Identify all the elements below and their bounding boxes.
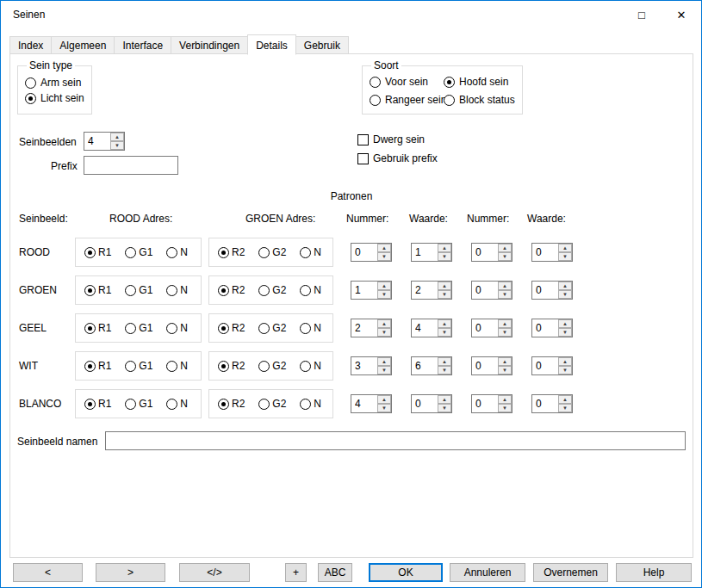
rood-radio[interactable] [125,361,136,372]
arm-sein-radio[interactable] [25,77,36,89]
rood-radio-option[interactable]: N [166,398,188,410]
spinner-up-button[interactable]: ▲ [110,133,124,141]
gebruik-prefix-option[interactable]: Gebruik prefix [357,152,438,164]
overnemen-button[interactable]: Overnemen [533,563,608,582]
rood-radio-option[interactable]: G1 [125,360,152,372]
groen-radio-option[interactable]: R2 [218,322,245,334]
waarde-1-input[interactable] [412,244,438,261]
seinbeelden-input[interactable] [84,133,110,150]
groen-radio-option[interactable]: R2 [218,360,245,372]
groen-radio-option[interactable]: N [300,246,321,258]
groen-radio-option[interactable]: G2 [258,284,286,296]
nummer-2-input[interactable] [472,319,498,337]
groen-radio-option[interactable]: G2 [258,246,286,258]
spinner-up-button[interactable]: ▲ [558,395,572,404]
rood-radio[interactable] [84,361,96,372]
spinner-down-button[interactable]: ▼ [558,328,572,337]
nummer-2-input[interactable] [472,282,498,299]
waarde-2-input[interactable] [532,357,558,374]
spinner-up-button[interactable]: ▲ [438,244,451,252]
dwerg-sein-checkbox[interactable] [357,134,369,145]
licht-sein-option[interactable]: Licht sein [25,92,84,104]
nummer-2-input[interactable] [472,395,498,412]
voor-sein-radio[interactable] [370,77,381,88]
prefix-input[interactable] [84,156,178,175]
spinner-down-button[interactable]: ▼ [498,252,512,261]
rood-radio[interactable] [166,247,177,258]
waarde-2-input[interactable] [532,319,558,337]
groen-radio-option[interactable]: G2 [258,360,286,372]
block-status-option[interactable]: Block status [444,94,515,106]
rood-radio[interactable] [166,399,177,410]
nummer-2-input[interactable] [472,357,498,374]
nummer-1-input[interactable] [351,244,377,261]
spinner-up-button[interactable]: ▲ [498,395,512,404]
spinner-down-button[interactable]: ▼ [438,366,451,374]
spinner-up-button[interactable]: ▲ [438,357,451,366]
hoofd-sein-radio[interactable] [444,77,455,88]
voor-sein-option[interactable]: Voor sein [370,76,444,88]
groen-radio[interactable] [218,247,229,258]
waarde-2-input[interactable] [532,282,558,299]
rangeer-sein-radio[interactable] [370,95,381,106]
waarde-1-input[interactable] [412,395,438,412]
spinner-down-button[interactable]: ▼ [558,404,572,412]
close-button[interactable]: ✕ [662,1,701,28]
rood-radio[interactable] [84,247,96,258]
tab-index[interactable]: Index [9,36,52,54]
rood-radio-option[interactable]: R1 [84,398,111,410]
help-button[interactable]: Help [616,563,692,582]
spinner-down-button[interactable]: ▼ [110,141,124,150]
groen-radio[interactable] [300,399,311,410]
groen-radio[interactable] [300,361,311,372]
spinner-up-button[interactable]: ▲ [558,282,572,290]
licht-sein-radio[interactable] [25,93,36,104]
rood-radio-option[interactable]: N [166,246,188,258]
dwerg-sein-option[interactable]: Dwerg sein [357,133,425,145]
nummer-2-input[interactable] [472,244,498,261]
rood-radio[interactable] [84,323,96,334]
groen-radio-option[interactable]: R2 [218,284,245,296]
spinner-down-button[interactable]: ▼ [438,328,451,337]
waarde-2-input[interactable] [532,244,558,261]
groen-radio-option[interactable]: G2 [258,398,286,410]
spinner-down-button[interactable]: ▼ [377,252,391,261]
rood-radio[interactable] [84,399,96,410]
spinner-down-button[interactable]: ▼ [438,290,451,299]
block-status-radio[interactable] [444,95,455,106]
groen-radio-option[interactable]: R2 [218,398,245,410]
spinner-up-button[interactable]: ▲ [377,357,391,366]
spinner-down-button[interactable]: ▼ [438,404,451,412]
groen-radio[interactable] [258,361,270,372]
rood-radio[interactable] [166,285,177,296]
groen-radio-option[interactable]: N [300,360,321,372]
abc-button[interactable]: ABC [318,563,352,582]
groen-radio-option[interactable]: N [300,398,321,410]
spinner-down-button[interactable]: ▼ [377,328,391,337]
spinner-up-button[interactable]: ▲ [377,244,391,252]
spinner-down-button[interactable]: ▼ [558,252,572,261]
spinner-up-button[interactable]: ▲ [498,319,512,328]
groen-radio-option[interactable]: N [300,284,321,296]
groen-radio[interactable] [218,361,229,372]
arm-sein-option[interactable]: Arm sein [25,77,84,89]
groen-radio[interactable] [218,323,229,334]
code-button[interactable]: </> [179,563,250,582]
gebruik-prefix-checkbox[interactable] [357,153,369,164]
spinner-up-button[interactable]: ▲ [558,357,572,366]
groen-radio[interactable] [258,323,270,334]
rood-radio-option[interactable]: G1 [125,322,152,334]
spinner-up-button[interactable]: ▲ [558,244,572,252]
spinner-down-button[interactable]: ▼ [498,328,512,337]
spinner-up-button[interactable]: ▲ [558,319,572,328]
spinner-down-button[interactable]: ▼ [438,252,451,261]
rood-radio-option[interactable]: G1 [125,246,152,258]
rood-radio-option[interactable]: G1 [125,284,152,296]
tab-algemeen[interactable]: Algemeen [51,36,115,54]
waarde-1-input[interactable] [412,319,438,337]
spinner-down-button[interactable]: ▼ [498,290,512,299]
groen-radio[interactable] [218,285,229,296]
spinner-down-button[interactable]: ▼ [498,366,512,374]
rood-radio-option[interactable]: N [166,360,188,372]
spinner-up-button[interactable]: ▲ [498,244,512,252]
